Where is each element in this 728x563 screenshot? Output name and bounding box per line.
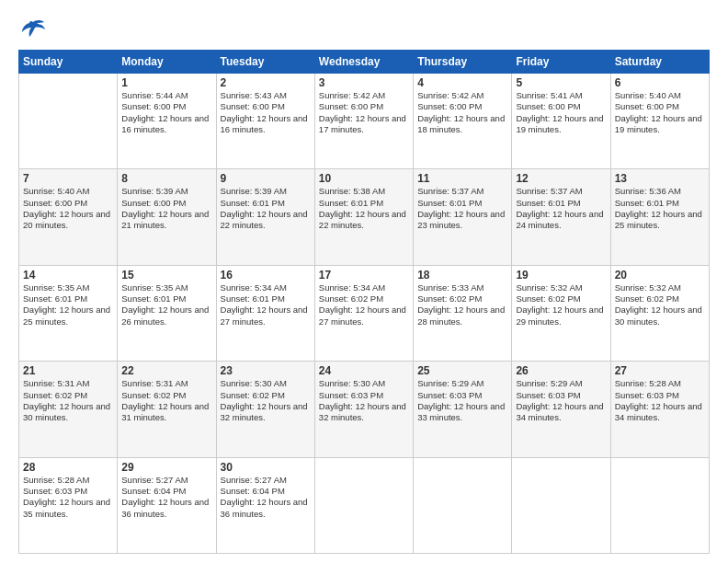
- cell-info: Sunrise: 5:28 AMSunset: 6:03 PMDaylight:…: [615, 378, 705, 423]
- day-number: 12: [516, 172, 606, 185]
- cell-info: Sunrise: 5:35 AMSunset: 6:01 PMDaylight:…: [121, 282, 211, 327]
- calendar-cell: [414, 457, 512, 553]
- calendar-cell: 19Sunrise: 5:32 AMSunset: 6:02 PMDayligh…: [512, 265, 610, 361]
- day-number: 8: [121, 172, 211, 185]
- day-number: 27: [615, 364, 705, 377]
- calendar-cell: 14Sunrise: 5:35 AMSunset: 6:01 PMDayligh…: [19, 265, 118, 361]
- day-number: 22: [121, 364, 211, 377]
- calendar-cell: 29Sunrise: 5:27 AMSunset: 6:04 PMDayligh…: [118, 457, 216, 553]
- day-number: 4: [417, 76, 507, 89]
- calendar-cell: [512, 457, 610, 553]
- header-tuesday: Tuesday: [216, 51, 314, 74]
- calendar-cell: 8Sunrise: 5:39 AMSunset: 6:00 PMDaylight…: [118, 169, 216, 265]
- calendar-cell: 24Sunrise: 5:30 AMSunset: 6:03 PMDayligh…: [314, 362, 413, 457]
- day-number: 11: [417, 172, 507, 185]
- day-number: 10: [319, 172, 409, 185]
- day-number: 9: [221, 172, 311, 185]
- cell-info: Sunrise: 5:39 AMSunset: 6:00 PMDaylight:…: [121, 186, 211, 231]
- cell-info: Sunrise: 5:28 AMSunset: 6:03 PMDaylight:…: [23, 475, 113, 520]
- cell-info: Sunrise: 5:29 AMSunset: 6:03 PMDaylight:…: [516, 378, 606, 423]
- day-number: 16: [221, 269, 311, 282]
- cell-info: Sunrise: 5:42 AMSunset: 6:00 PMDaylight:…: [417, 90, 507, 135]
- cell-info: Sunrise: 5:38 AMSunset: 6:01 PMDaylight:…: [319, 186, 409, 231]
- day-number: 17: [319, 269, 409, 282]
- day-number: 14: [23, 269, 113, 282]
- calendar-cell: 5Sunrise: 5:41 AMSunset: 6:00 PMDaylight…: [512, 74, 610, 169]
- day-number: 19: [516, 269, 606, 282]
- day-number: 20: [615, 269, 705, 282]
- cell-info: Sunrise: 5:42 AMSunset: 6:00 PMDaylight:…: [319, 90, 409, 135]
- cell-info: Sunrise: 5:40 AMSunset: 6:00 PMDaylight:…: [23, 186, 113, 231]
- header-sunday: Sunday: [19, 51, 118, 74]
- calendar-cell: 7Sunrise: 5:40 AMSunset: 6:00 PMDaylight…: [19, 169, 118, 265]
- header: [18, 18, 710, 39]
- calendar-cell: 26Sunrise: 5:29 AMSunset: 6:03 PMDayligh…: [512, 362, 610, 457]
- day-number: 26: [516, 364, 606, 377]
- cell-info: Sunrise: 5:37 AMSunset: 6:01 PMDaylight:…: [417, 186, 507, 231]
- calendar-cell: 11Sunrise: 5:37 AMSunset: 6:01 PMDayligh…: [414, 169, 512, 265]
- calendar-cell: 18Sunrise: 5:33 AMSunset: 6:02 PMDayligh…: [414, 265, 512, 361]
- cell-info: Sunrise: 5:36 AMSunset: 6:01 PMDaylight:…: [615, 186, 705, 231]
- day-number: 29: [121, 461, 211, 474]
- cell-info: Sunrise: 5:31 AMSunset: 6:02 PMDaylight:…: [23, 378, 113, 423]
- calendar-week-row-2: 7Sunrise: 5:40 AMSunset: 6:00 PMDaylight…: [19, 169, 710, 265]
- cell-info: Sunrise: 5:29 AMSunset: 6:03 PMDaylight:…: [417, 378, 507, 423]
- calendar-cell: 15Sunrise: 5:35 AMSunset: 6:01 PMDayligh…: [118, 265, 216, 361]
- day-number: 2: [221, 76, 311, 89]
- day-number: 15: [121, 269, 211, 282]
- cell-info: Sunrise: 5:32 AMSunset: 6:02 PMDaylight:…: [516, 282, 606, 327]
- calendar-cell: 27Sunrise: 5:28 AMSunset: 6:03 PMDayligh…: [610, 362, 709, 457]
- header-saturday: Saturday: [610, 51, 709, 74]
- cell-info: Sunrise: 5:34 AMSunset: 6:02 PMDaylight:…: [319, 282, 409, 327]
- calendar-week-row-1: 1Sunrise: 5:44 AMSunset: 6:00 PMDaylight…: [19, 74, 710, 169]
- calendar-cell: 28Sunrise: 5:28 AMSunset: 6:03 PMDayligh…: [19, 457, 118, 553]
- cell-info: Sunrise: 5:30 AMSunset: 6:03 PMDaylight:…: [319, 378, 409, 423]
- calendar-cell: 3Sunrise: 5:42 AMSunset: 6:00 PMDaylight…: [314, 74, 413, 169]
- cell-info: Sunrise: 5:27 AMSunset: 6:04 PMDaylight:…: [221, 475, 311, 520]
- cell-info: Sunrise: 5:33 AMSunset: 6:02 PMDaylight:…: [417, 282, 507, 327]
- calendar-table: Sunday Monday Tuesday Wednesday Thursday…: [18, 50, 710, 554]
- cell-info: Sunrise: 5:40 AMSunset: 6:00 PMDaylight:…: [615, 90, 705, 135]
- logo: [18, 18, 48, 39]
- page: Sunday Monday Tuesday Wednesday Thursday…: [0, 0, 728, 563]
- cell-info: Sunrise: 5:39 AMSunset: 6:01 PMDaylight:…: [221, 186, 311, 231]
- logo-bird-icon: [20, 18, 46, 39]
- calendar-cell: 1Sunrise: 5:44 AMSunset: 6:00 PMDaylight…: [118, 74, 216, 169]
- cell-info: Sunrise: 5:31 AMSunset: 6:02 PMDaylight:…: [121, 378, 211, 423]
- calendar-cell: [314, 457, 413, 553]
- calendar-cell: 21Sunrise: 5:31 AMSunset: 6:02 PMDayligh…: [19, 362, 118, 457]
- calendar-cell: 6Sunrise: 5:40 AMSunset: 6:00 PMDaylight…: [610, 74, 709, 169]
- day-number: 1: [121, 76, 211, 89]
- calendar-cell: 16Sunrise: 5:34 AMSunset: 6:01 PMDayligh…: [216, 265, 314, 361]
- calendar-cell: [610, 457, 709, 553]
- calendar-cell: [19, 74, 118, 169]
- day-number: 21: [23, 364, 113, 377]
- cell-info: Sunrise: 5:27 AMSunset: 6:04 PMDaylight:…: [121, 475, 211, 520]
- day-number: 18: [417, 269, 507, 282]
- calendar-cell: 10Sunrise: 5:38 AMSunset: 6:01 PMDayligh…: [314, 169, 413, 265]
- cell-info: Sunrise: 5:34 AMSunset: 6:01 PMDaylight:…: [221, 282, 311, 327]
- calendar-cell: 20Sunrise: 5:32 AMSunset: 6:02 PMDayligh…: [610, 265, 709, 361]
- calendar-cell: 9Sunrise: 5:39 AMSunset: 6:01 PMDaylight…: [216, 169, 314, 265]
- day-number: 5: [516, 76, 606, 89]
- cell-info: Sunrise: 5:37 AMSunset: 6:01 PMDaylight:…: [516, 186, 606, 231]
- cell-info: Sunrise: 5:41 AMSunset: 6:00 PMDaylight:…: [516, 90, 606, 135]
- calendar-header-row: Sunday Monday Tuesday Wednesday Thursday…: [19, 51, 710, 74]
- day-number: 3: [319, 76, 409, 89]
- calendar-cell: 17Sunrise: 5:34 AMSunset: 6:02 PMDayligh…: [314, 265, 413, 361]
- calendar-cell: 4Sunrise: 5:42 AMSunset: 6:00 PMDaylight…: [414, 74, 512, 169]
- calendar-week-row-3: 14Sunrise: 5:35 AMSunset: 6:01 PMDayligh…: [19, 265, 710, 361]
- day-number: 30: [221, 461, 311, 474]
- day-number: 28: [23, 461, 113, 474]
- cell-info: Sunrise: 5:30 AMSunset: 6:02 PMDaylight:…: [221, 378, 311, 423]
- calendar-week-row-5: 28Sunrise: 5:28 AMSunset: 6:03 PMDayligh…: [19, 457, 710, 553]
- cell-info: Sunrise: 5:35 AMSunset: 6:01 PMDaylight:…: [23, 282, 113, 327]
- day-number: 24: [319, 364, 409, 377]
- cell-info: Sunrise: 5:32 AMSunset: 6:02 PMDaylight:…: [615, 282, 705, 327]
- header-thursday: Thursday: [414, 51, 512, 74]
- calendar-cell: 12Sunrise: 5:37 AMSunset: 6:01 PMDayligh…: [512, 169, 610, 265]
- header-wednesday: Wednesday: [314, 51, 413, 74]
- calendar-cell: 13Sunrise: 5:36 AMSunset: 6:01 PMDayligh…: [610, 169, 709, 265]
- day-number: 6: [615, 76, 705, 89]
- calendar-cell: 22Sunrise: 5:31 AMSunset: 6:02 PMDayligh…: [118, 362, 216, 457]
